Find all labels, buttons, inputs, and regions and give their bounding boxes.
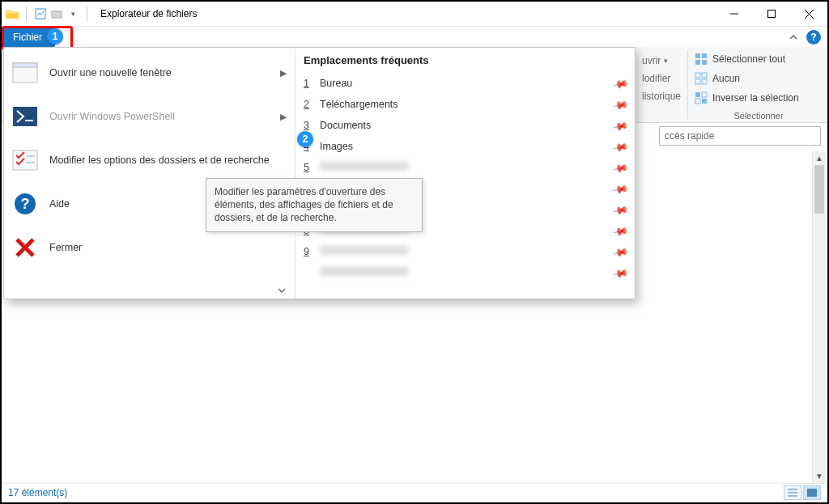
svg-text:?: ? — [21, 196, 30, 212]
svg-rect-11 — [702, 73, 707, 78]
svg-rect-14 — [695, 92, 700, 97]
select-none-icon — [695, 72, 708, 85]
svg-rect-12 — [695, 79, 700, 84]
svg-rect-9 — [702, 60, 707, 65]
pin-icon[interactable]: 📌 — [611, 243, 629, 260]
pin-icon[interactable]: 📌 — [611, 159, 629, 176]
scroll-down-icon[interactable]: ▼ — [813, 469, 826, 483]
ribbon-group-label: Sélectionner — [695, 111, 823, 121]
tooltip: Modifier les paramètres d'ouverture des … — [206, 178, 423, 232]
details-view-button[interactable] — [784, 485, 801, 500]
pin-icon[interactable]: 📌 — [611, 74, 629, 91]
frequent-place-item[interactable]: 5📌 — [304, 157, 627, 178]
pin-icon[interactable]: 📌 — [611, 95, 629, 112]
item-count: 17 élément(s) — [8, 487, 67, 498]
properties-icon[interactable] — [33, 6, 48, 21]
pin-icon[interactable]: 📌 — [611, 264, 629, 281]
invert-selection-icon — [695, 91, 708, 104]
maximize-button[interactable] — [753, 2, 790, 27]
search-placeholder-fragment: ccès rapide — [665, 130, 714, 142]
frequent-place-item[interactable]: 4Images📌 — [304, 136, 627, 157]
frequent-place-item[interactable]: 📌 — [304, 262, 627, 283]
close-button[interactable] — [790, 2, 827, 27]
scrollbar[interactable]: ▲ ▼ — [812, 151, 826, 483]
divider — [87, 6, 87, 21]
svg-rect-24 — [13, 107, 37, 126]
close-icon — [12, 236, 38, 259]
submenu-arrow-icon: ▶ — [280, 68, 287, 78]
new-window-button[interactable]: Ouvrir une nouvelle fenêtre ▶ — [4, 51, 295, 95]
quick-access-toolbar: ▾ — [2, 6, 96, 21]
select-all-icon — [695, 53, 708, 66]
scrollbar-thumb[interactable] — [814, 165, 824, 214]
scroll-up-icon[interactable]: ▲ — [813, 151, 826, 165]
ribbon-collapse-icon[interactable] — [789, 32, 798, 42]
svg-rect-21 — [807, 489, 817, 497]
ribbon-tabstrip: Fichier 1 ? — [2, 27, 827, 47]
pin-icon[interactable]: 📌 — [611, 201, 629, 218]
help-icon[interactable]: ? — [806, 30, 821, 44]
search-input[interactable]: ccès rapide — [659, 126, 821, 146]
window-title: Explorateur de fichiers — [96, 8, 197, 19]
file-menu-right: Emplacements fréquents 1Bureau📌2Téléchar… — [295, 48, 635, 299]
help-icon: ? — [12, 193, 38, 215]
svg-rect-10 — [695, 73, 700, 78]
close-button[interactable]: Fermer — [4, 226, 295, 269]
select-all-button[interactable]: Sélectionner tout — [695, 50, 823, 68]
svg-rect-16 — [695, 99, 700, 104]
svg-rect-8 — [695, 60, 700, 65]
folder-options-button[interactable]: Modifier les options des dossiers et de … — [4, 138, 295, 182]
file-tab[interactable]: Fichier 1 — [2, 27, 55, 47]
submenu-arrow-icon: ▶ — [280, 112, 287, 122]
frequent-place-item[interactable]: 3Documents📌 — [304, 115, 627, 136]
frequent-place-item[interactable]: 2Téléchargements📌 — [304, 94, 627, 115]
file-menu-left: Ouvrir une nouvelle fenêtre ▶ Ouvrir Win… — [4, 48, 295, 299]
svg-rect-1 — [52, 11, 62, 18]
svg-rect-3 — [768, 11, 776, 18]
svg-rect-23 — [13, 63, 37, 67]
options-icon — [12, 149, 38, 172]
pin-icon[interactable]: 📌 — [611, 116, 629, 133]
powershell-button[interactable]: Ouvrir Windows PowerShell ▶ — [4, 95, 295, 138]
qat-dropdown-icon[interactable]: ▾ — [66, 6, 80, 21]
select-none-button[interactable]: Aucun — [695, 70, 823, 87]
svg-rect-13 — [702, 79, 707, 84]
frequent-place-item[interactable]: 9📌 — [304, 241, 627, 262]
explorer-icon — [5, 6, 19, 21]
thumbnails-view-button[interactable] — [803, 485, 821, 500]
pin-icon[interactable]: 📌 — [611, 138, 629, 155]
titlebar: ▾ Explorateur de fichiers — [2, 2, 827, 27]
annotation-callout-1: 1 — [47, 28, 63, 44]
file-menu-dropdown-icon[interactable] — [277, 286, 287, 295]
minimize-button[interactable] — [716, 2, 753, 27]
ribbon-group-fragment: uvrir▾ lodifier listorique — [637, 47, 686, 122]
status-bar: 17 élément(s) — [3, 483, 826, 501]
new-folder-icon[interactable] — [49, 6, 64, 21]
svg-rect-17 — [702, 99, 707, 104]
svg-rect-15 — [702, 92, 707, 97]
window-controls — [716, 2, 827, 27]
frequent-place-item[interactable]: 1Bureau📌 — [304, 73, 627, 94]
pin-icon[interactable]: 📌 — [611, 222, 629, 239]
svg-rect-25 — [13, 150, 37, 170]
svg-rect-6 — [695, 53, 700, 58]
svg-rect-7 — [702, 53, 707, 58]
ribbon-group-select: Sélectionner tout Aucun Inverser la séle… — [690, 47, 827, 122]
pin-icon[interactable]: 📌 — [611, 180, 629, 197]
divider — [26, 6, 27, 21]
powershell-icon — [12, 105, 38, 128]
new-window-icon — [12, 61, 38, 84]
file-menu: Ouvrir une nouvelle fenêtre ▶ Ouvrir Win… — [3, 47, 636, 299]
invert-selection-button[interactable]: Inverser la sélection — [695, 89, 823, 107]
annotation-callout-2: 2 — [297, 131, 313, 147]
file-tab-label: Fichier — [13, 32, 42, 43]
frequent-places-header: Emplacements fréquents — [304, 54, 627, 66]
